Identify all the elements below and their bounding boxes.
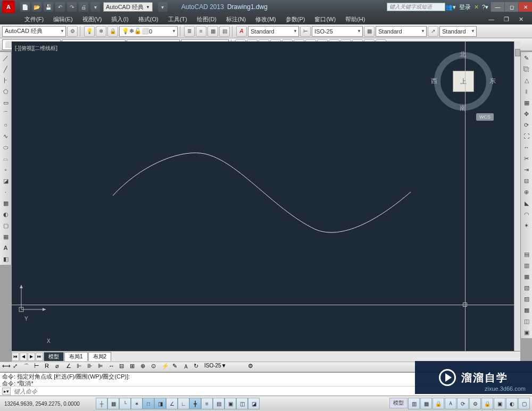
fillet-icon[interactable]: ◠ xyxy=(522,209,531,219)
help-icon[interactable]: ?▾ xyxy=(482,4,488,11)
dimstyle-manage-icon[interactable]: ⚙ xyxy=(248,363,257,371)
viewcube[interactable]: 上 北 南 东 西 xyxy=(434,52,493,111)
viewcube-east[interactable]: 东 xyxy=(489,77,496,86)
block-icon[interactable]: ◪ xyxy=(1,176,11,186)
toolbar-lock-icon[interactable]: 🔒 xyxy=(481,398,493,409)
workspace-combo[interactable]: AutoCAD 经典▼ xyxy=(2,26,66,37)
dim-update-icon[interactable]: ↻ xyxy=(194,363,203,371)
drawing-canvas[interactable]: [-][俯视][二维线框] 上 北 南 东 西 WCS Y X xyxy=(12,41,514,351)
dim-ordinate-icon[interactable]: ⊢ xyxy=(34,363,44,371)
curve-object[interactable] xyxy=(113,150,411,236)
properties-icon[interactable]: ▤ xyxy=(522,249,531,259)
array-icon[interactable]: ▦ xyxy=(522,98,531,107)
polar-toggle-icon[interactable]: ✶ xyxy=(131,398,143,409)
trim-icon[interactable]: ✂ xyxy=(522,154,531,163)
textstyle-combo[interactable]: Standard▼ xyxy=(248,26,299,37)
dim-arc-icon[interactable]: ⌒ xyxy=(23,363,33,371)
text-icon[interactable]: A xyxy=(1,243,11,253)
dim-linear-icon[interactable]: ⟷ xyxy=(2,363,12,371)
tab-layout2[interactable]: 布局2 xyxy=(88,352,112,361)
break-icon[interactable]: ⊟ xyxy=(522,176,531,186)
snap-toggle-icon[interactable]: ┼ xyxy=(96,398,107,409)
dim-space-icon[interactable]: ↔ xyxy=(109,363,118,371)
clean-screen-icon[interactable]: ▢ xyxy=(518,398,530,409)
mdi-close-icon[interactable]: ✕ xyxy=(514,15,528,24)
mdi-restore-icon[interactable]: ❐ xyxy=(500,15,513,24)
menu-view[interactable]: 视图(V) xyxy=(78,14,106,24)
markup-icon[interactable]: ▨ xyxy=(522,294,531,304)
sheet-set-icon[interactable]: ▧ xyxy=(522,283,531,292)
tpy-toggle-icon[interactable]: ▤ xyxy=(213,398,225,409)
tolerance-icon[interactable]: ⊞ xyxy=(130,363,139,371)
dim-diameter-icon[interactable]: ⌀ xyxy=(55,363,65,371)
explode-icon[interactable]: ✶ xyxy=(522,221,531,230)
region-icon[interactable]: ▢ xyxy=(1,221,11,230)
quickview-layouts-icon[interactable]: ▥ xyxy=(408,398,420,409)
anno-visibility-icon[interactable]: Ａ xyxy=(445,398,456,409)
viewcube-west[interactable]: 西 xyxy=(431,77,437,86)
hardware-accel-icon[interactable]: ▣ xyxy=(494,398,505,409)
tab-nav-last-icon[interactable]: ⏭ xyxy=(36,353,43,361)
dim-edit-icon[interactable]: ✎ xyxy=(172,363,182,371)
layers-btn1-icon[interactable]: ≣ xyxy=(184,26,195,37)
otrack-toggle-icon[interactable]: ∠ xyxy=(166,398,178,409)
tablestyle-icon[interactable]: ▦ xyxy=(364,26,375,37)
login-button[interactable]: 登录 xyxy=(459,3,471,11)
anno-scale-icon[interactable]: 🔒 xyxy=(433,398,444,409)
maximize-button[interactable]: ◻ xyxy=(504,2,518,12)
cmd-history-toggle-icon[interactable]: ▸▾ xyxy=(2,388,11,395)
menu-help[interactable]: 帮助(H) xyxy=(341,14,369,24)
tab-model[interactable]: 模型 xyxy=(44,352,64,361)
open-icon[interactable]: 📂 xyxy=(32,2,41,12)
table-icon[interactable]: ▦ xyxy=(1,232,11,241)
dim-angular-icon[interactable]: ∠ xyxy=(66,363,76,371)
mirror-icon[interactable]: △ xyxy=(522,76,531,85)
wcs-badge[interactable]: WCS xyxy=(476,113,494,121)
hatch-icon[interactable]: ▩ xyxy=(1,198,11,208)
layer-freeze-icon[interactable]: ❄ xyxy=(96,26,106,37)
lwt-toggle-icon[interactable]: ≡ xyxy=(201,398,213,409)
dim-radius-icon[interactable]: R xyxy=(45,363,54,371)
isolate-icon[interactable]: ◐ xyxy=(506,398,518,409)
infocenter-icon[interactable]: 👥▾ xyxy=(445,4,456,11)
layers-btn2-icon[interactable]: ≡ xyxy=(196,26,206,37)
layer-bulb-icon[interactable]: 💡 xyxy=(84,26,95,37)
line-icon[interactable]: ／ xyxy=(1,53,11,63)
layers-btn4-icon[interactable]: ▤ xyxy=(219,26,230,37)
close-button[interactable]: ✕ xyxy=(518,2,532,12)
move-icon[interactable]: ✥ xyxy=(522,109,531,119)
point-icon[interactable]: · xyxy=(1,187,11,197)
spline-icon[interactable]: ∿ xyxy=(1,131,11,141)
insert-icon[interactable]: ▫ xyxy=(1,165,11,174)
am-toggle-icon[interactable]: ◪ xyxy=(248,398,260,409)
ducs-toggle-icon[interactable]: ∟ xyxy=(178,398,189,409)
gradient-icon[interactable]: ◐ xyxy=(1,209,11,219)
chamfer-icon[interactable]: ◣ xyxy=(522,198,531,208)
viewcube-top[interactable]: 上 xyxy=(453,71,474,92)
ellipse-icon[interactable]: ⬭ xyxy=(1,142,11,152)
ellipse-arc-icon[interactable]: ⌓ xyxy=(1,154,11,163)
osnap-toggle-icon[interactable]: □ xyxy=(143,398,154,409)
modelspace-button[interactable]: 模型 xyxy=(389,398,408,408)
erase-icon[interactable]: ✎ xyxy=(522,53,531,63)
arc-icon[interactable]: ⌒ xyxy=(1,109,11,119)
layers-btn3-icon[interactable]: ▦ xyxy=(207,26,218,37)
menu-format[interactable]: 格式(O) xyxy=(134,14,163,24)
dim-baseline-icon[interactable]: ⊪ xyxy=(87,363,97,371)
quickcalc-icon[interactable]: ▩ xyxy=(522,305,531,315)
palette-a-icon[interactable]: ◫ xyxy=(522,316,531,326)
mleaderstyle-combo[interactable]: Standard▼ xyxy=(439,26,477,37)
help-search-input[interactable]: 键入关键字或短语 xyxy=(387,3,445,11)
new-icon[interactable]: 📄 xyxy=(20,2,30,12)
extend-icon[interactable]: ⇥ xyxy=(522,165,531,174)
menu-tools[interactable]: 工具(T) xyxy=(164,14,192,24)
circle-icon[interactable]: ○ xyxy=(1,120,11,130)
mleaderstyle-icon[interactable]: ↗ xyxy=(428,26,438,37)
layer-combo[interactable]: 💡❄🔓⬜ 0▼ xyxy=(119,26,178,37)
tab-nav-prev-icon[interactable]: ◀ xyxy=(20,353,27,361)
dim-aligned-icon[interactable]: ⤢ xyxy=(13,363,22,371)
menu-insert[interactable]: 插入(I) xyxy=(107,14,132,24)
stretch-icon[interactable]: ↔ xyxy=(522,142,531,152)
dimstyle-icon[interactable]: ⊢ xyxy=(300,26,311,37)
save-icon[interactable]: 💾 xyxy=(44,2,53,12)
